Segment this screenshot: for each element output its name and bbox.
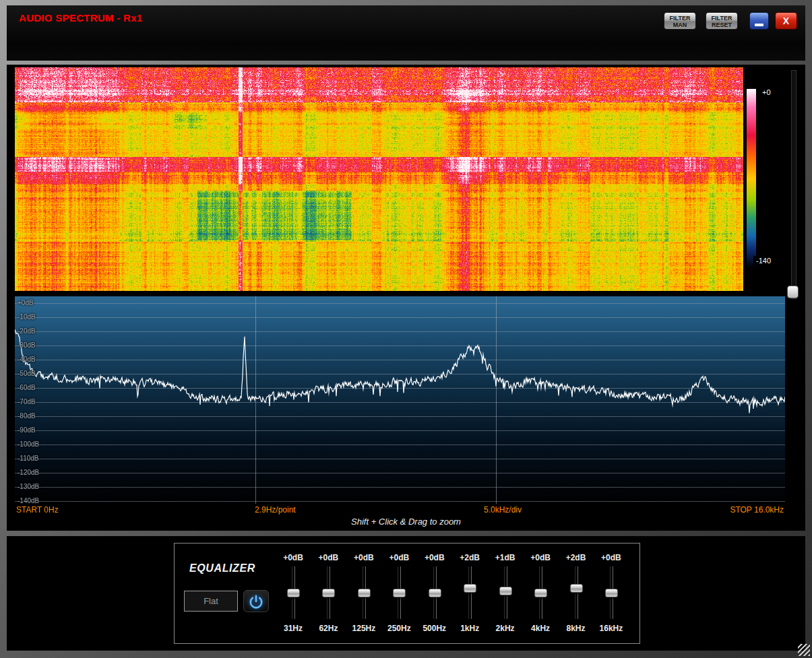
eq-slider-16kHz[interactable] — [604, 566, 618, 619]
eq-frequency-label: 250Hz — [387, 624, 411, 633]
eq-band-2kHz: +1dB2kHz — [488, 549, 523, 640]
minimize-icon — [755, 24, 763, 26]
eq-bands: +0dB31Hz+0dB62Hz+0dB125Hz+0dB250Hz+0dB50… — [276, 549, 629, 640]
division-label: 5.0kHz/div — [484, 505, 522, 515]
colorbar — [745, 71, 757, 280]
y-axis-label: -20dB — [18, 327, 36, 335]
eq-frequency-label: 125Hz — [352, 624, 376, 633]
equalizer-title: EQUALIZER — [189, 562, 255, 574]
eq-band-8kHz: +2dB8kHz — [559, 549, 594, 640]
eq-slider-62Hz[interactable] — [321, 566, 335, 619]
y-axis-label: -50dB — [18, 370, 36, 378]
display-area: +0 -140 +0dB-10dB-20dB-30dB-40dB-50dB-60… — [7, 65, 805, 531]
colorbar-min-label: -140 — [753, 256, 774, 265]
eq-slider-1kHz[interactable] — [463, 566, 476, 619]
eq-slider-thumb[interactable] — [570, 584, 583, 593]
equalizer-box: EQUALIZER Flat +0dB31Hz+0dB62Hz+0dB125Hz… — [174, 543, 640, 644]
eq-gain-label: +0dB — [425, 553, 445, 562]
eq-band-4kHz: +0dB4kHz — [523, 549, 558, 640]
waterfall-canvas[interactable] — [15, 67, 743, 291]
y-axis-label: -80dB — [18, 412, 36, 420]
power-icon — [247, 593, 265, 611]
resolution-label: 2.9Hz/point — [255, 505, 296, 515]
y-axis-label: -110dB — [18, 455, 39, 463]
side-slider-thumb[interactable] — [787, 286, 799, 298]
eq-frequency-label: 2kHz — [496, 624, 515, 633]
eq-slider-thumb[interactable] — [287, 589, 300, 597]
eq-band-125Hz: +0dB125Hz — [346, 549, 381, 640]
y-axis-label: -120dB — [18, 469, 39, 477]
y-axis-label: -10dB — [18, 313, 36, 321]
eq-gain-label: +2dB — [460, 553, 480, 562]
filter-reset-button[interactable]: FILTER RESET — [706, 12, 738, 30]
eq-band-1kHz: +2dB1kHz — [452, 549, 487, 640]
eq-slider-thumb[interactable] — [358, 589, 371, 597]
eq-slider-thumb[interactable] — [464, 584, 476, 593]
eq-slider-thumb[interactable] — [499, 587, 512, 595]
eq-slider-thumb[interactable] — [605, 589, 618, 597]
y-axis-label: -30dB — [18, 341, 36, 350]
y-axis-label: -60dB — [18, 384, 36, 392]
side-slider-track[interactable] — [791, 70, 797, 299]
y-axis-label: -40dB — [18, 356, 36, 364]
title-bar: AUDIO SPECTRUM - Rx1 FILTER MAN FILTER R… — [7, 5, 805, 61]
eq-gain-label: +1dB — [495, 553, 516, 562]
close-button[interactable]: X — [775, 12, 797, 30]
equalizer-panel: EQUALIZER Flat +0dB31Hz+0dB62Hz+0dB125Hz… — [7, 536, 805, 651]
eq-slider-4kHz[interactable] — [534, 566, 547, 619]
y-axis-label: -100dB — [18, 440, 39, 449]
eq-band-62Hz: +0dB62Hz — [311, 549, 346, 640]
eq-frequency-label: 500Hz — [423, 624, 446, 633]
eq-frequency-label: 16kHz — [600, 624, 623, 633]
y-axis-label: +0dB — [18, 299, 34, 307]
eq-band-31Hz: +0dB31Hz — [276, 549, 311, 640]
eq-frequency-label: 8kHz — [566, 624, 585, 633]
eq-gain-label: +0dB — [601, 553, 621, 562]
y-axis-label: -130dB — [18, 483, 39, 491]
eq-slider-thumb[interactable] — [534, 589, 547, 597]
y-axis-label: -90dB — [18, 426, 36, 434]
eq-slider-250Hz[interactable] — [392, 566, 406, 619]
start-frequency-label: START 0Hz — [16, 505, 59, 515]
eq-band-16kHz: +0dB16kHz — [594, 549, 629, 640]
stop-frequency-label: STOP 16.0kHz — [730, 505, 784, 515]
spectrum-plot: +0dB-10dB-20dB-30dB-40dB-50dB-60dB-70dB-… — [15, 296, 785, 504]
eq-band-500Hz: +0dB500Hz — [417, 549, 452, 640]
colorbar-max-label: +0 — [759, 88, 774, 97]
filter-man-button[interactable]: FILTER MAN — [664, 12, 696, 30]
window-title: AUDIO SPECTRUM - Rx1 — [19, 12, 143, 24]
eq-gain-label: +2dB — [566, 553, 586, 562]
eq-power-button[interactable] — [243, 590, 269, 612]
spectrum-canvas[interactable] — [15, 296, 785, 504]
y-axis-label: -70dB — [18, 398, 36, 406]
eq-band-250Hz: +0dB250Hz — [381, 549, 416, 640]
eq-slider-thumb[interactable] — [393, 589, 406, 597]
eq-slider-2kHz[interactable] — [499, 566, 512, 619]
eq-frequency-label: 4kHz — [531, 624, 550, 633]
eq-gain-label: +0dB — [389, 553, 409, 562]
eq-gain-label: +0dB — [530, 553, 551, 562]
preset-button[interactable]: Flat — [184, 591, 238, 612]
eq-slider-thumb[interactable] — [322, 589, 335, 597]
eq-slider-125Hz[interactable] — [357, 566, 371, 619]
zoom-hint: Shift + Click & Drag to zoom — [7, 517, 805, 527]
y-axis-label: -140dB — [18, 497, 39, 505]
eq-gain-label: +0dB — [354, 553, 374, 562]
eq-slider-500Hz[interactable] — [428, 566, 441, 619]
eq-slider-31Hz[interactable] — [286, 566, 300, 619]
colorbar-gradient — [747, 89, 756, 268]
eq-gain-label: +0dB — [283, 553, 303, 562]
app-window: AUDIO SPECTRUM - Rx1 FILTER MAN FILTER R… — [0, 0, 812, 658]
eq-frequency-label: 1kHz — [460, 624, 479, 633]
resize-grip[interactable] — [798, 644, 810, 656]
minimize-button[interactable] — [749, 12, 769, 30]
eq-gain-label: +0dB — [319, 553, 339, 562]
eq-frequency-label: 62Hz — [319, 624, 338, 633]
eq-slider-8kHz[interactable] — [569, 566, 583, 619]
eq-frequency-label: 31Hz — [284, 624, 303, 633]
eq-slider-thumb[interactable] — [429, 589, 441, 597]
